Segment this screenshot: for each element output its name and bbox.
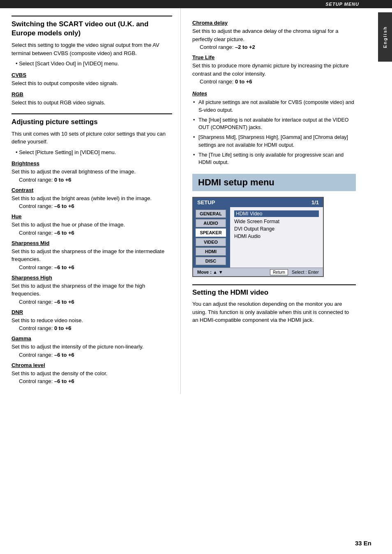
rgb-text: Select this to output RGB video signals. [12,99,172,107]
setting-hdmi-section: Setting the HDMI video You can adjust th… [192,284,356,324]
chroma-delay-range: Control range: –2 to +2 [200,44,356,50]
hdmi-setup-section: HDMI setup menu SETUP 1/1 GENERAL AUDIO … [192,174,356,277]
section-scart-bullet: • Select [Scart Video Out] in [VIDEO] me… [16,60,172,68]
note-item-4: The [True Life] setting is only availabl… [196,151,356,167]
menu-btn-general[interactable]: GENERAL [196,210,226,218]
section-scart: Switching the SCART video out (U.K. and … [12,16,172,107]
footer-move-label: Move : ▲ ▼ [197,270,223,275]
brightness-heading: Brightness [12,160,172,166]
cvbs-heading: CVBS [12,72,172,78]
menu-item-dvi-output[interactable]: DVI Output Range [234,226,319,232]
setup-menu-right: HDMI Video Wide Screen Format DVI Output… [230,207,323,268]
notes-section: Notes All picture settings are not avail… [192,90,356,166]
content-area: Switching the SCART video out (U.K. and … [0,8,392,394]
setup-menu-header-right: 1/1 [311,199,319,205]
sharpness-mid-heading: Sharpness Mid [12,240,172,246]
footer-select-label: Select : Enter [292,270,319,275]
chroma-delay-section: Chroma delay Set this to adjust the adva… [192,20,356,50]
gamma-range: Control range: –6 to +6 [19,352,172,358]
contrast-heading: Contrast [12,187,172,193]
true-life-heading: True Life [192,54,356,60]
chroma-level-heading: Chroma level [12,362,172,368]
sharpness-mid-text: Set this to adjust the sharpness of the … [12,247,172,263]
dnr-heading: DNR [12,309,172,315]
menu-item-hdmi-audio[interactable]: HDMI Audio [234,233,319,239]
hue-heading: Hue [12,213,172,219]
sharpness-high-heading: Sharpness High [12,275,172,281]
page-number: 33 En [355,540,371,547]
dnr-range: Control range: 0 to +6 [19,325,172,331]
page-container: SETUP MENU English Switching the SCART v… [0,0,392,554]
setup-menu-header: SETUP 1/1 [193,198,323,207]
section-scart-intro: Select this setting to toggle the video … [12,41,172,57]
menu-btn-hdmi[interactable]: HDMI [196,247,226,256]
menu-btn-video[interactable]: VIDEO [196,238,226,246]
setting-hdmi-title: Setting the HDMI video [192,284,356,297]
contrast-text: Set this to adjust the bright areas (whi… [12,194,172,203]
note-item-3: [Sharpness Mid], [Sharpness High], [Gamm… [196,134,356,149]
chroma-level-text: Set this to adjust the density of the co… [12,369,172,378]
cvbs-text: Select this to output composite video si… [12,79,172,88]
menu-btn-audio[interactable]: AUDIO [196,219,226,227]
section-picture-intro: This unit comes with 10 sets of picture … [12,130,172,146]
section-scart-title: Switching the SCART video out (U.K. and … [12,16,172,38]
setup-menu-body: GENERAL AUDIO SPEAKER VIDEO HDMI DISC HD… [193,207,323,268]
true-life-text: Set this to produce more dynamic picture… [192,62,356,78]
left-column: Switching the SCART video out (U.K. and … [0,8,181,394]
menu-btn-disc[interactable]: DISC [196,257,226,265]
true-life-range: Control range: 0 to +6 [200,78,356,85]
contrast-range: Control range: –6 to +6 [19,203,172,209]
chroma-delay-text: Set this to adjust the advance delay of … [192,27,356,43]
sharpness-high-range: Control range: –6 to +6 [19,299,172,305]
hue-text: Set this to adjust the hue or phase of t… [12,221,172,229]
footer-return-btn[interactable]: Return [270,269,288,275]
brightness-text: Set this to adjust the overall brightnes… [12,168,172,176]
setup-menu-footer: Move : ▲ ▼ Return Select : Enter [193,268,323,276]
rgb-heading: RGB [12,91,172,97]
chroma-level-range: Control range: –6 to +6 [19,378,172,384]
top-bar: SETUP MENU [0,0,392,8]
brightness-range: Control range: 0 to +6 [19,177,172,183]
section-picture-bullet: • Select [Picture Setting] in [VIDEO] me… [16,148,172,157]
chroma-delay-heading: Chroma delay [192,20,356,26]
note-item-1: All picture settings are not available f… [196,99,356,114]
side-tab: English [378,12,392,62]
setup-menu-header-left: SETUP [197,199,215,205]
setting-hdmi-text: You can adjust the resolution depending … [192,300,356,324]
hdmi-setup-title: HDMI setup menu [192,174,356,191]
sharpness-mid-range: Control range: –6 to +6 [19,264,172,270]
true-life-section: True Life Set this to produce more dynam… [192,54,356,85]
section-picture-title: Adjusting picture settings [12,113,172,127]
setup-menu: SETUP 1/1 GENERAL AUDIO SPEAKER VIDEO HD… [192,197,324,277]
note-item-2: The [Hue] setting is not available for i… [196,116,356,132]
menu-item-hdmi-video[interactable]: HDMI Video [234,210,319,217]
sharpness-high-text: Set this to adjust the sharpness of the … [12,282,172,298]
section-picture: Adjusting picture settings This unit com… [12,113,172,385]
gamma-text: Set this to adjust the intensity of the … [12,343,172,351]
menu-item-wide-screen[interactable]: Wide Screen Format [234,219,319,224]
top-bar-label: SETUP MENU [325,2,359,7]
setup-menu-left: GENERAL AUDIO SPEAKER VIDEO HDMI DISC [193,207,230,268]
dnr-text: Set this to reduce video noise. [12,316,172,325]
notes-heading: Notes [192,90,356,97]
footer-controls: Return Select : Enter [270,270,319,275]
right-column: Chroma delay Set this to adjust the adva… [181,8,376,394]
menu-btn-speaker[interactable]: SPEAKER [196,229,226,237]
hue-range: Control range: –6 to +6 [19,230,172,236]
gamma-heading: Gamma [12,335,172,342]
